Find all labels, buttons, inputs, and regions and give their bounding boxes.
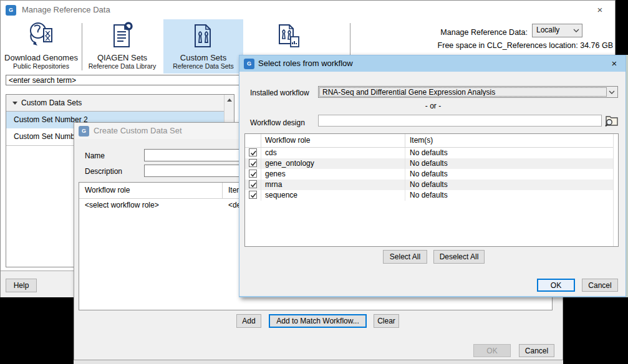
manage-reference-data-label: Manage Reference Data: (400, 28, 528, 37)
scroll-up-icon (227, 98, 232, 102)
tab-qiagen-sets[interactable]: QIAGEN Sets Reference Data Library (82, 21, 162, 70)
clear-button[interactable]: Clear (374, 314, 399, 328)
check-icon (249, 149, 258, 157)
roles-table-row[interactable]: cds No defaults (245, 148, 618, 158)
role-checkbox[interactable] (249, 191, 257, 199)
role-items: No defaults (405, 190, 618, 201)
name-label: Name (85, 151, 105, 160)
app-icon: G (6, 5, 16, 16)
installed-workflow-label: Installed workflow (250, 89, 309, 97)
description-label: Description (85, 167, 122, 176)
ok-button-disabled[interactable]: OK (473, 344, 511, 357)
location-dropdown[interactable]: Locally (532, 24, 582, 37)
role-items: No defaults (405, 158, 618, 169)
desktop: G Manage Reference Data × Download Genom… (0, 0, 628, 364)
free-space-text: Free space in CLC_References location: 3… (362, 41, 613, 50)
check-icon (249, 160, 258, 168)
role-items: No defaults (405, 148, 618, 158)
role-checkbox[interactable] (249, 159, 257, 167)
roles-table: Workflow role Item(s) cds No defaults ge… (244, 133, 619, 247)
document-list-icon (107, 21, 137, 52)
roles-table-row[interactable]: genes No defaults (245, 169, 618, 180)
tab-custom-sets[interactable]: Custom Sets Reference Data Sets (163, 21, 243, 70)
add-button[interactable]: Add (236, 314, 261, 328)
add-to-match-workflow-button[interactable]: Add to Match Workflow... (269, 314, 367, 328)
select-roles-from-workflow-dialog: G Select roles from workflow × Installed… (239, 55, 626, 297)
select-all-button[interactable]: Select All (383, 250, 427, 264)
chevron-down-icon (573, 29, 579, 32)
main-titlebar: G Manage Reference Data × (1, 1, 615, 19)
role-checkbox[interactable] (249, 170, 257, 178)
globe-download-icon (26, 21, 56, 52)
role-items: No defaults (405, 180, 618, 190)
roles-table-row[interactable]: mrna No defaults (245, 180, 618, 190)
collapse-triangle-icon (12, 102, 17, 105)
app-icon: G (244, 59, 254, 69)
cancel-button[interactable]: Cancel (519, 344, 554, 357)
roles-table-row[interactable]: sequence No defaults (245, 190, 618, 201)
create-dialog-title: Create Custom Data Set (94, 123, 182, 139)
role-checkbox[interactable] (249, 148, 257, 156)
check-icon (249, 170, 258, 178)
workflow-design-label: Workflow design (250, 118, 305, 127)
close-icon[interactable]: × (594, 5, 606, 15)
deselect-all-button[interactable]: Deselect All (433, 250, 485, 264)
roles-dialog-titlebar: G Select roles from workflow × (239, 55, 626, 72)
role-name: gene_ontology (261, 158, 405, 169)
installed-workflow-dropdown[interactable]: RNA-Seq and Differential Gene Expression… (318, 86, 618, 98)
check-icon (249, 191, 258, 199)
table-scrollbar-track[interactable] (613, 134, 618, 246)
app-icon: G (79, 126, 89, 136)
role-checkbox[interactable] (249, 180, 257, 188)
roles-table-header: Workflow role Item(s) (245, 134, 618, 148)
ok-button[interactable]: OK (537, 279, 575, 292)
document-tools-icon (188, 21, 218, 52)
workflow-design-field[interactable] (318, 115, 602, 127)
help-button[interactable]: Help (6, 279, 37, 292)
roles-table-row[interactable]: gene_ontology No defaults (245, 158, 618, 169)
role-name: cds (261, 148, 405, 158)
or-separator-text: - or - (239, 102, 627, 110)
role-name: mrna (261, 180, 405, 190)
chevron-down-icon (609, 90, 615, 94)
window-title: Manage Reference Data (22, 1, 110, 19)
check-icon (249, 181, 258, 189)
browse-folder-icon[interactable] (604, 114, 619, 127)
roles-dialog-title: Select roles from workflow (258, 55, 353, 72)
role-items: No defaults (405, 169, 618, 180)
tab-download-genomes[interactable]: Download Genomes Public Repositories (1, 21, 81, 70)
role-name: sequence (261, 190, 405, 201)
close-icon[interactable]: × (608, 59, 621, 69)
document-import-icon (274, 21, 304, 52)
cancel-button[interactable]: Cancel (582, 279, 618, 292)
list-group-header[interactable]: Custom Data Sets (6, 95, 224, 112)
window-edge-strip (74, 360, 563, 364)
role-name: genes (261, 169, 405, 180)
